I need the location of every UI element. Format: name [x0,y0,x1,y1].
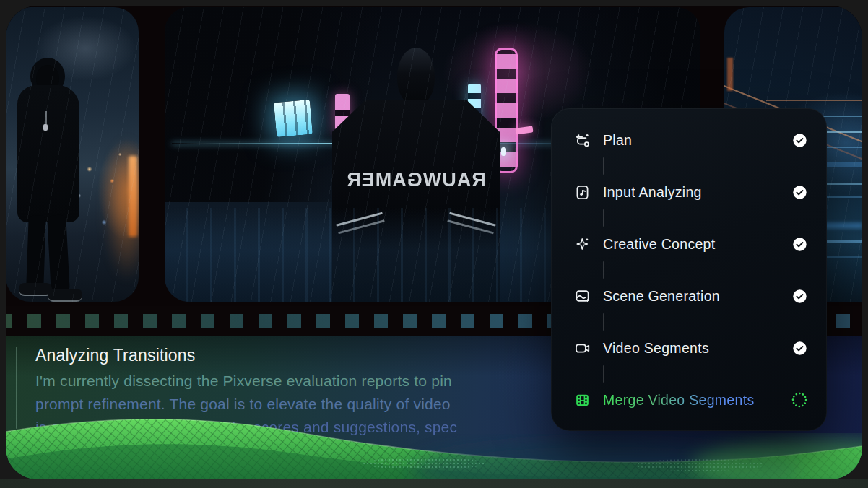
rain-overlay [6,7,139,302]
film-strip-icon [573,391,591,409]
step-label: Video Segments [603,340,709,357]
spinner-icon [791,391,808,409]
app-background: RAUWGAMER [0,0,868,488]
backdrop-strip [0,479,868,488]
step-connector [603,209,604,227]
step-video-segments[interactable]: Video Segments [573,334,808,362]
sparkles-icon [573,235,591,253]
step-creative-concept[interactable]: Creative Concept [573,230,808,258]
step-connector [603,365,604,383]
step-input-analyzing[interactable]: Input Analyzing [573,178,808,206]
check-icon [791,131,808,149]
step-label: Scene Generation [603,288,720,305]
step-label: Plan [603,132,632,149]
video-frame-1[interactable] [6,7,139,302]
step-label: Merge Video Segments [603,392,754,409]
video-preview-card: RAUWGAMER [6,6,862,479]
check-icon [791,235,808,253]
plan-route-icon [573,131,591,149]
check-icon [791,339,808,357]
check-icon [791,287,808,305]
step-merge-video-segments[interactable]: Merge Video Segments [573,385,808,414]
progress-panel: Plan Input Analyzing [551,108,827,431]
step-connector [603,313,604,331]
video-camera-icon [573,339,591,357]
step-plan[interactable]: Plan [573,126,808,154]
step-scene-generation[interactable]: Scene Generation [573,282,808,310]
step-connector [603,261,604,279]
image-sparkle-icon [573,287,591,305]
check-icon [791,183,808,201]
step-label: Creative Concept [603,236,715,253]
step-label: Input Analyzing [603,184,702,201]
step-connector [603,157,604,175]
audio-file-icon [573,183,591,201]
